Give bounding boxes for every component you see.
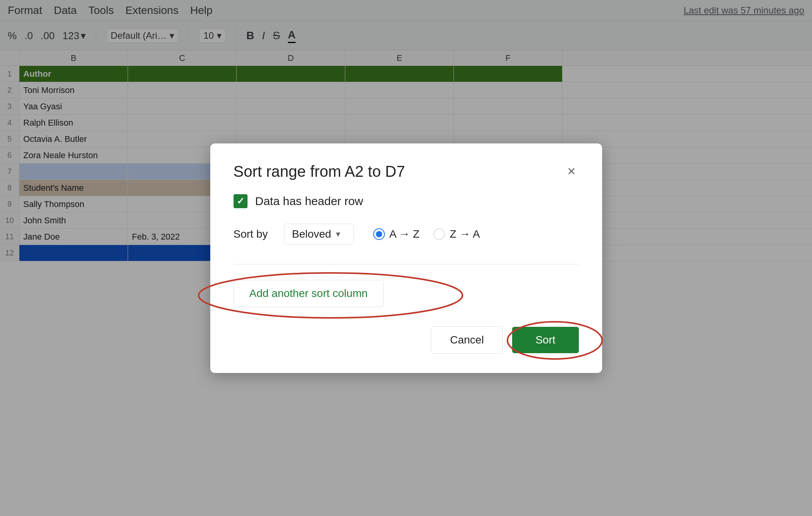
add-sort-column-button[interactable]: Add another sort column (234, 280, 384, 307)
sort-by-label: Sort by (234, 228, 272, 240)
sort-column-value: Beloved (292, 228, 331, 240)
radio-az[interactable]: A → Z (373, 228, 420, 240)
sort-dialog: Sort range from A2 to D7 × ✓ Data has he… (210, 143, 602, 373)
radio-az-circle[interactable] (373, 228, 385, 240)
radio-za-circle[interactable] (433, 228, 445, 240)
checkmark-icon: ✓ (237, 196, 244, 207)
radio-za[interactable]: Z → A (433, 228, 480, 240)
dropdown-arrow-icon: ▾ (336, 229, 340, 239)
checkbox-label: Data has header row (255, 195, 364, 208)
cancel-button[interactable]: Cancel (431, 326, 503, 354)
dialog-title: Sort range from A2 to D7 (234, 163, 405, 180)
sort-button[interactable]: Sort (512, 327, 578, 353)
sort-by-row: Sort by Beloved ▾ A → Z Z → A (234, 224, 579, 245)
data-header-checkbox[interactable]: ✓ (234, 194, 248, 208)
radio-group: A → Z Z → A (373, 228, 480, 240)
dialog-header: Sort range from A2 to D7 × (234, 163, 579, 180)
radio-az-label: A → Z (390, 228, 420, 240)
radio-za-label: Z → A (450, 228, 480, 240)
dialog-divider (234, 264, 579, 264)
header-row-checkbox-row: ✓ Data has header row (234, 194, 579, 208)
dialog-footer: Cancel Sort (234, 326, 579, 354)
sort-column-dropdown[interactable]: Beloved ▾ (284, 224, 354, 245)
close-button[interactable]: × (564, 163, 578, 180)
